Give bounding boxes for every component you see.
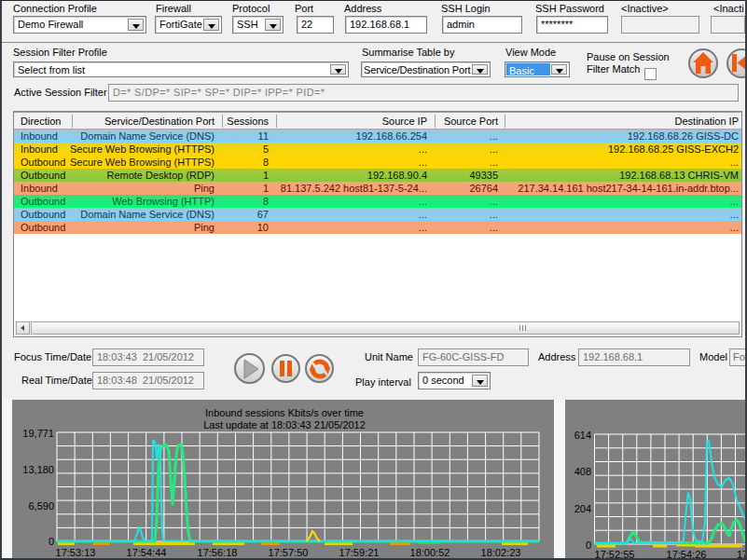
svg-text:614: 614 xyxy=(574,430,591,441)
svg-text:6,590: 6,590 xyxy=(28,500,54,512)
svg-text:19,771: 19,771 xyxy=(22,428,54,439)
svg-text:18:02:23: 18:02:23 xyxy=(481,547,521,558)
svg-text:0: 0 xyxy=(48,536,54,547)
svg-text:18:00:52: 18:00:52 xyxy=(410,547,450,558)
svg-text:17:59:21: 17:59:21 xyxy=(339,547,380,558)
svg-text:17:56:18: 17:56:18 xyxy=(198,547,238,558)
svg-text:204: 204 xyxy=(574,503,591,514)
svg-text:0: 0 xyxy=(586,540,591,551)
svg-text:13,180: 13,180 xyxy=(22,464,54,475)
svg-text:17:53:13: 17:53:13 xyxy=(56,547,96,558)
svg-text:Inbound sessions Kbits/s over: Inbound sessions Kbits/s over time xyxy=(205,407,364,418)
svg-text:408: 408 xyxy=(574,466,591,477)
svg-text:17:54:44: 17:54:44 xyxy=(127,547,167,558)
svg-text:Last update at 18:03:43 21/05/: Last update at 18:03:43 21/05/2012 xyxy=(203,419,366,430)
svg-text:17:57:50: 17:57:50 xyxy=(269,547,309,558)
